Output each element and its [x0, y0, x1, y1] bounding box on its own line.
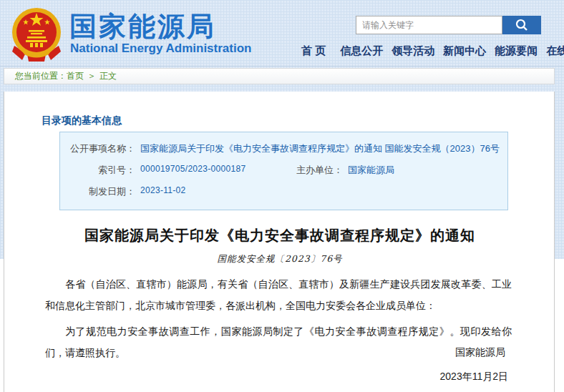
- nav-item-leader-activities[interactable]: 领导活动: [392, 44, 434, 58]
- table-row-name: 公开事项名称： 国家能源局关于印发《电力安全事故调查程序规定》的通知 国能发安全…: [60, 138, 507, 160]
- document-paragraph-recipients: 各省（自治区、直辖市）能源局，有关省（自治区、直辖市）及新疆生产建设兵团发展改革…: [45, 273, 512, 316]
- breadcrumb-home-link[interactable]: 首页: [67, 70, 84, 82]
- catalog-section-title: 目录项的基本信息: [42, 114, 122, 127]
- document-title: 国家能源局关于印发《电力安全事故调查程序规定》的通知: [26, 226, 534, 245]
- table-row-date: 制发日期： 2023-11-02: [60, 181, 507, 202]
- site-title-english: National Energy Administration: [70, 41, 251, 56]
- nav-item-online-services[interactable]: 在线办事: [546, 44, 564, 58]
- search-icon: [515, 18, 529, 32]
- document-date: 2023年11月2日: [440, 371, 508, 383]
- search-input[interactable]: [356, 16, 502, 34]
- main-navigation: 首 页 信息公开 领导活动 新闻中心 能源要闻 在线办事: [301, 44, 545, 58]
- index-label: 索引号：: [60, 164, 135, 177]
- breadcrumb-current: 正文: [99, 70, 117, 82]
- name-value: 国家能源局关于印发《电力安全事故调查程序规定》的通知 国能发安全规（2023）7…: [135, 142, 500, 155]
- table-row-index-org: 索引号： 000019705/2023-0000187 主办单位： 国家能源局: [60, 160, 507, 181]
- name-label: 公开事项名称：: [60, 142, 135, 155]
- issue-date-value: 2023-11-02: [135, 185, 186, 195]
- document-signature: 国家能源局: [455, 346, 505, 359]
- index-value: 000019705/2023-0000187: [135, 164, 271, 174]
- document-number: 国能发安全规〔2023〕76号: [26, 253, 534, 265]
- breadcrumb-separator: ＞: [87, 70, 96, 82]
- org-value: 国家能源局: [343, 164, 394, 177]
- nav-item-energy-news[interactable]: 能源要闻: [495, 44, 538, 58]
- issue-date-label: 制发日期：: [60, 185, 135, 198]
- search-button[interactable]: [502, 16, 541, 34]
- national-emblem-logo: [9, 6, 64, 63]
- nav-item-info-disclosure[interactable]: 信息公开: [340, 44, 383, 58]
- catalog-info-table: 公开事项名称： 国家能源局关于印发《电力安全事故调查程序规定》的通知 国能发安全…: [59, 132, 508, 210]
- nav-item-news-center[interactable]: 新闻中心: [443, 44, 486, 58]
- document-paragraph-body: 为了规范电力安全事故调查工作，国家能源局制定了《电力安全事故调查程序规定》。现印…: [45, 320, 512, 363]
- site-title-chinese: 国家能源局: [69, 9, 216, 45]
- breadcrumb-prefix: 您当前位置：: [15, 70, 67, 82]
- nav-item-home[interactable]: 首 页: [301, 44, 326, 58]
- national-emblem-icon: [9, 6, 64, 63]
- org-label: 主办单位：: [271, 164, 343, 177]
- main-content-panel: 目录项的基本信息 公开事项名称： 国家能源局关于印发《电力安全事故调查程序规定》…: [4, 92, 555, 392]
- site-header: 国家能源局 National Energy Administration 首 页…: [0, 0, 564, 67]
- breadcrumb: 您当前位置： 首页 ＞ 正文: [4, 68, 555, 84]
